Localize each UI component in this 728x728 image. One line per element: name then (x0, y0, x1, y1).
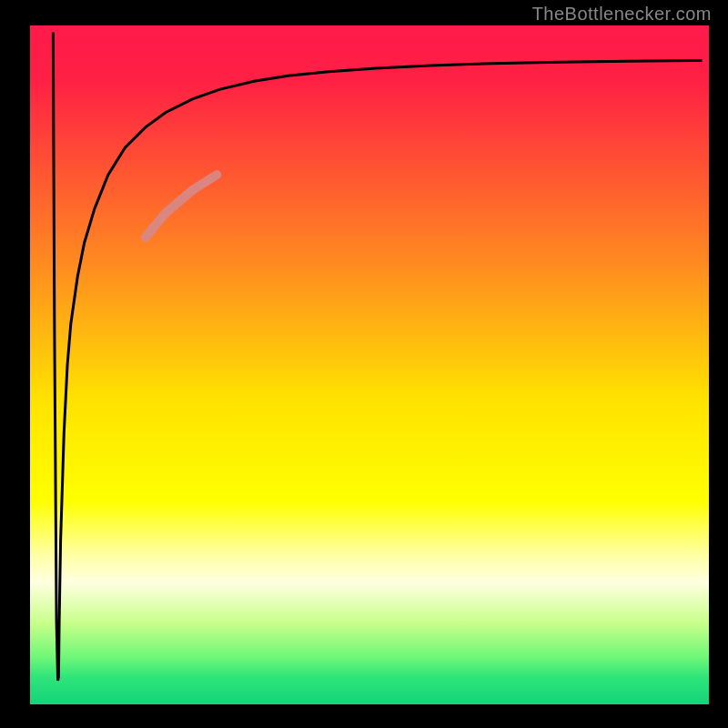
bottleneck-chart (0, 0, 728, 728)
attribution-text: TheBottlenecker.com (532, 4, 712, 25)
axis-right (709, 0, 728, 728)
chart-container: TheBottlenecker.com (0, 0, 728, 728)
axis-left (0, 0, 30, 728)
axis-bottom (0, 704, 728, 728)
plot-background (30, 25, 709, 704)
